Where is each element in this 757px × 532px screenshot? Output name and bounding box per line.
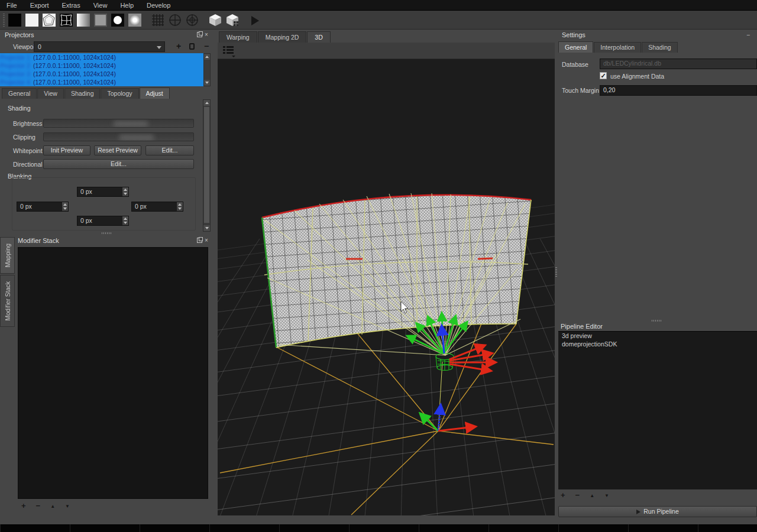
projector-list: Projector 1(127.0.0.1:11000, 1024x1024) … [0,53,203,86]
blanking-right-spinner[interactable]: 0 px [131,202,183,212]
black-test-pattern-icon[interactable] [8,14,21,27]
spin-up-icon[interactable] [178,203,182,206]
crosshair-overlay-icon[interactable] [169,14,182,27]
adjust-panel-scrollbar[interactable] [203,99,211,232]
duplicate-viewpoint-button[interactable] [187,41,198,52]
splitter-handle [555,267,557,277]
settings-tab-shading[interactable]: Shading [642,42,678,53]
bottom-strip [0,524,757,532]
float-panel-icon[interactable] [197,32,202,37]
axis-green [421,414,438,431]
menu-export[interactable]: Export [24,0,56,11]
soft-circle-test-pattern-icon[interactable] [128,14,141,27]
close-panel-icon[interactable]: × [205,32,208,37]
pipeline-move-up-button[interactable]: ▲ [590,491,594,501]
brightness-label: Brightness [13,120,43,127]
modifier-stack-list[interactable] [18,247,208,499]
warped-grid-test-pattern-icon[interactable] [60,14,73,27]
init-preview-button[interactable]: Init Preview [43,145,90,155]
database-field[interactable]: db/LEDCylindrical.db [600,59,757,69]
float-panel-icon[interactable] [197,238,202,243]
remove-pipeline-button[interactable]: − [575,491,580,501]
projector-name: Projector 4 [0,78,33,86]
tab-adjust[interactable]: Adjust [140,87,170,99]
close-panel-icon[interactable]: × [205,238,208,243]
menu-extras[interactable]: Extras [56,0,87,11]
projector-detail: (127.0.0.1:11000, 1024x1024) [33,54,116,61]
pipeline-list[interactable]: 3d preview domeprojectionSDK [558,331,757,489]
gray-test-pattern-icon[interactable] [94,14,107,27]
cube-textured-view-icon[interactable] [226,14,239,27]
pipeline-item[interactable]: domeprojectionSDK [558,340,757,348]
menu-help[interactable]: Help [114,0,140,11]
move-up-button[interactable]: ▲ [50,502,55,511]
tab-mapping-2d[interactable]: Mapping 2D [258,31,307,43]
white-test-pattern-icon[interactable] [25,14,38,27]
spin-up-icon[interactable] [124,218,127,220]
brightness-slider[interactable] [43,119,194,128]
scroll-down-icon [205,82,209,84]
menu-file[interactable]: File [0,0,24,11]
add-viewpoint-button[interactable]: + [173,41,184,52]
projector-list-item[interactable]: Projector 3(127.0.0.1:11000, 1024x1024) [0,70,203,78]
blanking-left-spinner[interactable]: 0 px [17,202,69,212]
tab-topology[interactable]: Topology [101,88,138,99]
directional-edit-button[interactable]: Edit... [43,159,194,169]
clipping-slider[interactable] [43,132,194,141]
display-options-icon[interactable] [222,46,237,57]
tab-view[interactable]: View [37,88,64,99]
add-pipeline-button[interactable]: + [561,491,565,501]
tab-general[interactable]: General [2,88,37,99]
tab-3d[interactable]: 3D [307,31,330,43]
projector-detail: (127.0.0.1:11000, 1024x1024) [33,79,116,86]
settings-tab-general[interactable]: General [558,41,593,53]
viewport-3d-scene[interactable] [218,59,555,515]
crosshair-rings-overlay-icon[interactable] [186,14,199,27]
panel-handle-icon[interactable]: − [746,31,750,38]
blanking-top-spinner[interactable]: 0 px [77,187,129,197]
projector-list-item[interactable]: Projector 1(127.0.0.1:11000, 1024x1024) [0,53,203,61]
tab-warping[interactable]: Warping [219,31,257,43]
run-pipeline-button[interactable]: Run Pipeline [558,506,757,517]
add-modifier-button[interactable]: + [21,502,26,511]
pipeline-splitter-handle[interactable] [652,320,662,322]
cube-view-icon[interactable] [209,14,222,27]
menu-develop[interactable]: Develop [140,0,177,11]
tab-shading[interactable]: Shading [64,88,101,99]
scrollbar-thumb[interactable] [204,107,209,223]
spin-up-icon[interactable] [124,189,127,191]
use-alignment-checkbox[interactable]: ✓ [600,72,607,79]
gradient-test-pattern-icon[interactable] [77,14,90,27]
move-down-button[interactable]: ▼ [65,502,70,511]
remove-viewpoint-button[interactable]: − [201,41,212,52]
side-tab-modifier-stack[interactable]: Modifier Stack [0,275,15,327]
settings-tab-interpolation[interactable]: Interpolation [594,42,641,53]
projector-list-item[interactable]: Projector 4(127.0.0.1:11000, 1024x1024) [0,78,203,86]
spin-down-icon[interactable] [124,222,127,224]
whitepoint-label: Whitepoint [13,147,43,154]
grid-overlay-icon[interactable] [151,14,164,27]
panel-splitter-handle[interactable] [102,232,112,234]
reset-preview-button[interactable]: Reset Preview [94,145,141,155]
spin-down-icon[interactable] [178,207,182,210]
pipeline-item[interactable]: 3d preview [558,332,757,340]
circle-test-pattern-icon[interactable] [111,14,124,27]
shape-test-pattern-icon[interactable] [43,14,56,27]
shading-section-label: Shading [8,105,31,112]
spin-down-icon[interactable] [63,207,67,210]
whitepoint-edit-button[interactable]: Edit... [145,145,194,155]
menu-view[interactable]: View [87,0,114,11]
remove-modifier-button[interactable]: − [36,502,41,511]
play-icon[interactable] [251,16,259,25]
projector-list-item[interactable]: Projector 2(127.0.0.1:11000, 1024x1024) [0,61,203,70]
pipeline-move-down-button[interactable]: ▼ [604,491,609,501]
projector-list-scrollbar[interactable] [203,53,211,86]
viewpoint-select[interactable]: 0 [34,41,165,52]
touch-margin-field[interactable]: 0,20 [600,85,757,96]
spin-down-icon[interactable] [124,193,127,195]
toolbar-drag-handle[interactable] [3,14,5,27]
spin-up-icon[interactable] [63,203,67,206]
touch-margin-label: Touch Margin [562,87,599,94]
side-tab-mapping[interactable]: Mapping [0,237,15,274]
blanking-bottom-spinner[interactable]: 0 px [77,216,129,226]
